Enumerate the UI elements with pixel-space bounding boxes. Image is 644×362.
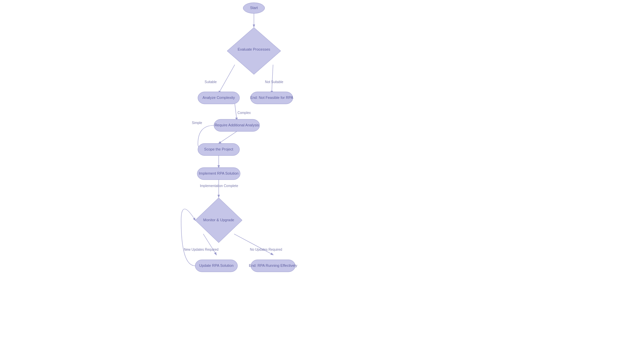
analyze-label: Analyze Complexity	[203, 96, 235, 100]
arrow-evaluate-notfeasible	[272, 65, 273, 93]
evaluate-label: Evaluate Processes	[237, 47, 270, 51]
start-label: Start	[250, 6, 258, 10]
require-analysis-label: Require Additional Analysis	[215, 123, 259, 127]
update-rpa-label: Update RPA Solution	[199, 263, 234, 267]
arrow-analyze-require	[235, 104, 237, 120]
arrow-require-scope	[219, 131, 237, 143]
label-new-updates: New Updates Required	[184, 248, 218, 251]
scope-label: Scope the Project	[204, 147, 233, 151]
arrow-update-loop	[181, 209, 195, 266]
label-suitable: Suitable	[205, 80, 217, 84]
label-complex: Complex	[237, 111, 251, 115]
implement-label: Implement RPA Solution	[199, 171, 238, 175]
not-feasible-label: End: Not Feasible for RPA	[250, 96, 293, 100]
end-effective-label: End: RPA Running Effectively	[249, 263, 297, 267]
monitor-label: Monitor & Upgrade	[203, 218, 234, 222]
label-implementation-complete: Implementation Complete	[200, 184, 238, 188]
arrow-evaluate-analyze	[219, 65, 235, 93]
label-not-suitable: Not Suitable	[265, 80, 283, 84]
label-simple: Simple	[192, 121, 202, 125]
label-no-updates: No Updates Required	[250, 248, 282, 251]
arrow-monitor-end	[234, 234, 273, 255]
flowchart-container: Start Evaluate Processes Suitable Not Su…	[0, 0, 644, 362]
